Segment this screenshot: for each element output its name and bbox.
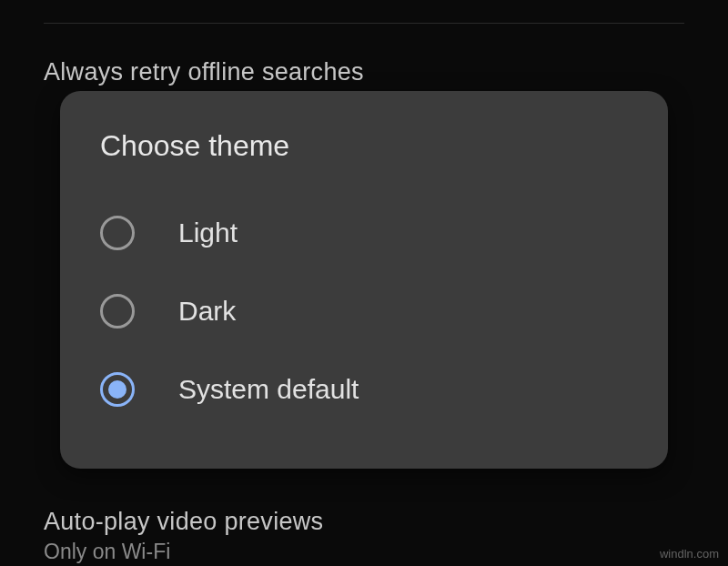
radio-option-dark[interactable]: Dark xyxy=(60,272,668,350)
dialog-overlay: Choose theme Light Dark System default xyxy=(0,0,728,566)
radio-icon xyxy=(100,294,135,328)
dialog-title: Choose theme xyxy=(60,129,668,163)
radio-option-light[interactable]: Light xyxy=(60,194,668,272)
radio-label: System default xyxy=(178,374,359,405)
radio-label: Light xyxy=(178,217,238,248)
radio-label: Dark xyxy=(178,296,236,327)
radio-option-system-default[interactable]: System default xyxy=(60,350,668,429)
radio-icon xyxy=(100,216,135,250)
choose-theme-dialog: Choose theme Light Dark System default xyxy=(60,91,668,469)
watermark: windln.com xyxy=(660,547,719,561)
radio-icon-selected xyxy=(100,372,135,407)
